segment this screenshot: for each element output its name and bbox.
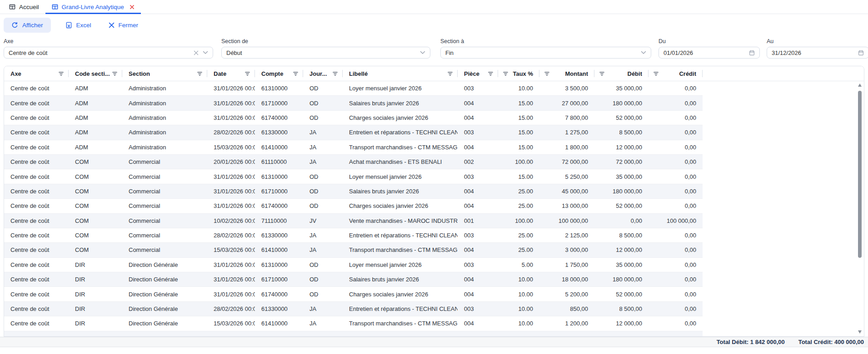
tab-grand-livre-analytique[interactable]: Grand-Livre Analytique [45,0,141,14]
tab-accueil[interactable]: Accueil [3,0,45,14]
cell-montant: 7 800,00 [539,114,594,121]
chevron-down-icon[interactable] [641,51,646,54]
cell-journal: JV [303,217,343,224]
cell-taux: 15.00 [498,144,539,151]
table-row[interactable]: Centre de coûtCOMCommercial31/01/2026 00… [4,184,703,199]
column-header-montant[interactable]: Montant [539,66,594,81]
table-row[interactable]: Centre de coûtCOMCommercial15/03/2026 00… [4,243,703,257]
table-row[interactable]: Centre de coûtCOMCommercial20/01/2026 00… [4,155,703,169]
excel-file-icon [65,22,72,29]
column-header-section[interactable]: Section [122,66,207,81]
column-header-taux[interactable]: Taux % [498,66,539,81]
cell-code_section: DIR [69,320,122,327]
cell-section: Commercial [122,246,207,253]
scroll-down-icon[interactable] [858,330,862,334]
cell-axe: Centre de coût [4,158,69,165]
totals-footer: Total Débit: 1 842 000,00 Total Crédit: … [0,337,868,347]
toolbar: Afficher Excel Fermer [4,18,141,33]
header-filter-icon[interactable] [332,71,338,77]
header-filter-icon[interactable] [544,71,550,77]
header-filter-icon[interactable] [293,71,299,77]
table-row[interactable]: Centre de coûtDIRDirection Générale31/01… [4,287,703,301]
cell-compte: 61710000 [255,188,303,195]
table-row[interactable]: Centre de coûtCOMCommercial31/01/2026 00… [4,199,703,213]
column-header-label: Crédit [660,70,696,77]
cell-code_section: DIR [69,305,122,312]
header-filter-icon[interactable] [653,71,659,77]
column-header-label: Section [129,70,196,77]
clear-icon[interactable] [194,50,199,55]
cell-code_section: COM [69,202,122,209]
close-x-icon [109,22,115,28]
table-row[interactable]: Centre de coûtCOMCommercial10/02/2026 00… [4,214,703,228]
cell-compte: 61330000 [255,232,303,239]
cell-piece: 004 [458,246,498,253]
column-header-axe[interactable]: Axe [4,66,69,81]
excel-label: Excel [76,22,91,29]
table-row[interactable]: Centre de coûtDIRDirection Générale28/02… [4,302,703,316]
cell-piece: 004 [458,100,498,107]
column-header-date[interactable]: Date [207,66,255,81]
table-row[interactable]: Centre de coûtADMAdministration15/03/202… [4,140,703,155]
chevron-down-icon[interactable] [420,51,425,54]
cell-compte: 61330000 [255,305,303,312]
au-date-input[interactable]: 31/12/2026 [767,47,868,59]
cell-credit: 0,00 [649,158,703,165]
du-date-input[interactable]: 01/01/2026 [658,47,760,59]
cell-piece: 003 [458,129,498,136]
header-filter-icon[interactable] [488,71,494,77]
cell-journal: OD [303,85,343,92]
column-header-libelle[interactable]: Libellé [343,66,458,81]
header-filter-icon[interactable] [58,71,64,77]
header-filter-icon[interactable] [447,71,453,77]
header-filter-icon[interactable] [599,71,605,77]
cell-montant: 2 125,00 [539,232,594,239]
column-header-compte[interactable]: Compte [255,66,303,81]
total-debit-label: Total Débit: [717,339,749,345]
scrollbar-thumb[interactable] [858,91,862,258]
section-a-select[interactable]: Fin [440,47,651,59]
cell-code_section: COM [69,188,122,195]
column-header-credit[interactable]: Crédit [649,66,703,81]
table-row[interactable]: Centre de coûtADMAdministration31/01/202… [4,111,703,125]
table-row[interactable]: Centre de coûtCOMCommercial31/01/2026 00… [4,169,703,184]
calendar-icon[interactable] [749,50,755,56]
cell-journal: OD [303,276,343,283]
section-a-filter: Section à Fin [440,38,651,59]
cell-journal: OD [303,173,343,180]
header-filter-icon[interactable] [244,71,250,77]
cell-montant: 5 250,00 [539,173,594,180]
cell-code_section: COM [69,173,122,180]
column-header-journal[interactable]: Jour... [303,66,343,81]
excel-button[interactable]: Excel [63,18,94,33]
calendar-icon[interactable] [858,50,864,56]
cell-compte: 61310000 [255,85,303,92]
table-row[interactable]: Centre de coûtCOMCommercial28/02/2026 00… [4,228,703,243]
afficher-button[interactable]: Afficher [4,18,51,33]
column-header-piece[interactable]: Pièce [458,66,498,81]
column-header-debit[interactable]: Débit [594,66,649,81]
header-filter-icon[interactable] [503,71,509,77]
table-row[interactable]: Centre de coûtADMAdministration31/01/202… [4,81,703,96]
table-row[interactable]: Centre de coûtDIRDirection Générale31/01… [4,258,703,272]
table-row[interactable]: Centre de coûtADMAdministration31/01/202… [4,96,703,110]
tab-close-icon[interactable] [130,5,135,10]
table-row[interactable]: Centre de coûtITInformatique31/01/2026 0… [4,331,703,337]
vertical-scrollbar[interactable] [857,82,863,335]
header-filter-icon[interactable] [197,71,203,77]
chevron-down-icon[interactable] [203,51,208,54]
scroll-up-icon[interactable] [858,84,862,87]
table-row[interactable]: Centre de coûtDIRDirection Générale31/01… [4,272,703,287]
table-row[interactable]: Centre de coûtDIRDirection Générale15/03… [4,316,703,331]
axe-select[interactable]: Centre de coût [4,47,213,59]
total-credit-value: 400 000,00 [834,339,864,345]
header-filter-icon[interactable] [112,71,118,77]
table-row[interactable]: Centre de coûtADMAdministration28/02/202… [4,125,703,140]
column-header-code_section[interactable]: Code secti... [69,66,122,81]
cell-credit: 0,00 [649,129,703,136]
cell-montant: 27 000,00 [539,100,594,107]
fermer-button[interactable]: Fermer [106,18,141,33]
section-de-select[interactable]: Début [221,47,430,59]
grid-header-row: AxeCode secti...SectionDateCompteJour...… [4,66,864,81]
cell-libelle: Entretien et réparations - TECHNI CLEAN [343,232,458,239]
